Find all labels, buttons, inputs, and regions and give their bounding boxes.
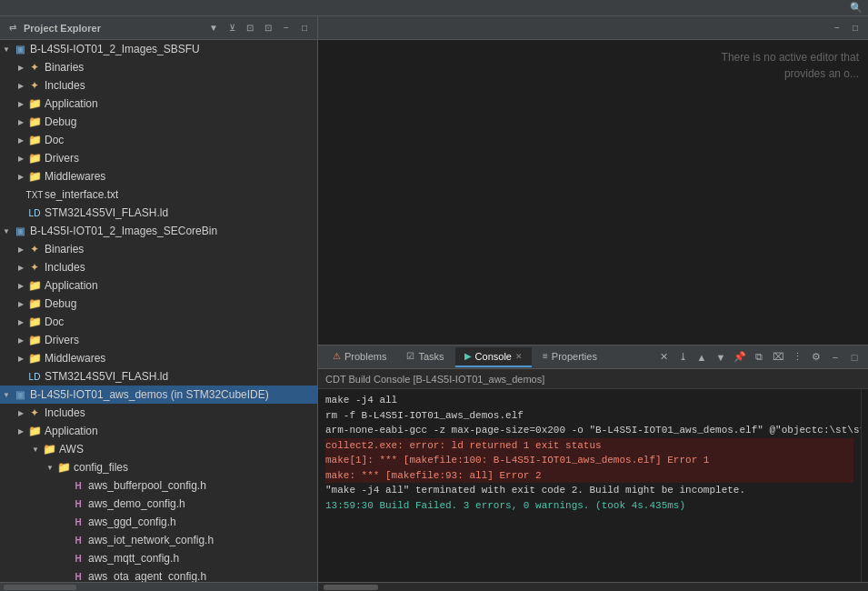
tree-arrow[interactable]: ▶ — [15, 79, 27, 92]
tree-item-label: aws_iot_network_config.h — [88, 534, 214, 546]
tree-arrow[interactable]: ▶ — [15, 152, 27, 165]
tree-item-label: Application — [45, 425, 98, 437]
tree-item-stm32_flash2[interactable]: LDSTM32L4S5VI_FLASH.ld — [0, 367, 317, 386]
editor-btn-minimize[interactable]: − — [830, 21, 844, 35]
tree-item-config_files[interactable]: ▼📁config_files — [0, 458, 317, 476]
menu-button[interactable]: ⋮ — [789, 349, 805, 366]
tree-item-debug2[interactable]: ▶📁Debug — [0, 295, 317, 313]
tree-item-label: B-L4S5I-IOT01_aws_demos (in STM32CubeIDE… — [30, 388, 269, 401]
problems-icon: ⚠ — [333, 351, 341, 361]
tab-close-console[interactable]: ✕ — [515, 352, 523, 361]
tasks-icon: ☑ — [406, 351, 414, 361]
panel-btn-minimize[interactable]: − — [279, 21, 294, 35]
console-hscrollbar[interactable] — [318, 582, 868, 591]
tree-arrow[interactable]: ▼ — [0, 225, 13, 237]
tree-arrow[interactable]: ▶ — [15, 316, 27, 328]
project-tree[interactable]: ▼▣B-L4S5I-IOT01_2_Images_SBSFU▶✦Binaries… — [0, 40, 317, 582]
tree-item-proj3[interactable]: ▼▣B-L4S5I-IOT01_aws_demos (in STM32CubeI… — [0, 386, 317, 404]
tree-item-icon-folder: 📁 — [27, 151, 42, 165]
console-header-text: CDT Build Console [B-L4S5I-IOT01_aws_dem… — [325, 374, 544, 385]
tree-item-middlewares1[interactable]: ▶📁Middlewares — [0, 167, 317, 185]
scroll-up-button[interactable]: ▲ — [693, 349, 710, 366]
editor-btn-maximize[interactable]: □ — [848, 21, 863, 35]
tree-item-aws_iot[interactable]: Haws_iot_network_config.h — [0, 531, 317, 549]
tree-item-aws_ggd[interactable]: Haws_ggd_config.h — [0, 513, 317, 531]
panel-btn-sync2[interactable]: ⊻ — [224, 21, 239, 35]
tree-item-aws_ota[interactable]: Haws_ota_agent_config.h — [0, 567, 317, 582]
console-content[interactable]: make -j4 allrm -f B-L4S5I-IOT01_aws_demo… — [318, 389, 861, 582]
tree-item-includes1[interactable]: ▶✦Includes — [0, 76, 317, 95]
maximize-bottom-button[interactable]: □ — [846, 349, 863, 366]
tree-arrow[interactable]: ▼ — [0, 43, 13, 55]
tree-arrow[interactable]: ▶ — [15, 61, 27, 74]
tree-item-application2[interactable]: ▶📁Application — [0, 276, 317, 295]
console-toolbar-right: ✕⤓▲▼📌⧉⌧⋮⚙−□ — [655, 349, 863, 366]
pin-button[interactable]: 📌 — [732, 349, 748, 366]
tree-arrow[interactable]: ▶ — [15, 297, 27, 310]
tab-problems[interactable]: ⚠Problems — [324, 347, 395, 367]
tree-arrow[interactable]: ▶ — [15, 425, 27, 437]
minimize-bottom-button[interactable]: − — [827, 349, 843, 366]
tree-item-icon-project: ▣ — [13, 224, 27, 238]
tree-arrow[interactable]: ▶ — [15, 170, 27, 183]
copy-button[interactable]: ⧉ — [751, 349, 767, 366]
tree-arrow[interactable]: ▶ — [15, 334, 27, 346]
clear-button[interactable]: ⌧ — [770, 349, 786, 366]
tree-arrow[interactable]: ▼ — [44, 461, 56, 474]
tree-item-binaries1[interactable]: ▶✦Binaries — [0, 58, 317, 76]
project-explorer-panel: ⇄ Project Explorer ▼ ⊻ ⊡ ⊡ − □ ▼▣B-L4S5I… — [0, 16, 318, 591]
tree-item-label: aws_demo_config.h — [88, 497, 185, 510]
horizontal-scrollbar[interactable] — [0, 582, 317, 591]
tree-arrow[interactable]: ▶ — [15, 97, 27, 110]
tree-item-doc1[interactable]: ▶📁Doc — [0, 131, 317, 149]
tab-properties[interactable]: ≡Properties — [534, 347, 606, 367]
tree-item-aws_demo[interactable]: Haws_demo_config.h — [0, 495, 317, 513]
tree-item-aws_mqtt[interactable]: Haws_mqtt_config.h — [0, 549, 317, 567]
tree-item-drivers1[interactable]: ▶📁Drivers — [0, 149, 317, 167]
tree-item-icon-folder-special: ✦ — [27, 406, 42, 420]
tree-item-label: aws_ggd_config.h — [88, 516, 176, 528]
tree-arrow[interactable]: ▶ — [15, 261, 27, 274]
tree-arrow[interactable]: ▶ — [15, 115, 27, 128]
tree-item-debug1[interactable]: ▶📁Debug — [0, 113, 317, 131]
panel-btn-menu[interactable]: ⊡ — [261, 21, 275, 35]
tree-arrow[interactable]: ▶ — [15, 134, 27, 146]
tree-item-label: Doc — [45, 134, 64, 146]
tree-item-drivers2[interactable]: ▶📁Drivers — [0, 331, 317, 349]
tree-item-application3[interactable]: ▶📁Application — [0, 422, 317, 440]
console-vscrollbar[interactable] — [861, 389, 868, 582]
tree-item-middlewares2[interactable]: ▶📁Middlewares — [0, 349, 317, 367]
tree-item-icon-file-txt: TXT — [27, 187, 42, 202]
tree-arrow[interactable]: ▼ — [0, 388, 13, 401]
tree-item-proj2[interactable]: ▼▣B-L4S5I-IOT01_2_Images_SECoreBin — [0, 222, 317, 240]
tree-item-proj1[interactable]: ▼▣B-L4S5I-IOT01_2_Images_SBSFU — [0, 40, 317, 58]
panel-btn-filter[interactable]: ⊡ — [243, 21, 257, 35]
tree-arrow[interactable]: ▶ — [15, 352, 27, 365]
tree-item-stm32_flash1[interactable]: LDSTM32L4S5VI_FLASH.ld — [0, 204, 317, 222]
settings-button[interactable]: ⚙ — [808, 349, 824, 366]
tree-item-application1[interactable]: ▶📁Application — [0, 95, 317, 113]
tree-item-binaries2[interactable]: ▶✦Binaries — [0, 240, 317, 258]
tree-item-label: Middlewares — [45, 170, 105, 183]
tab-tasks[interactable]: ☑Tasks — [397, 347, 453, 367]
search-icon[interactable]: 🔍 — [850, 2, 863, 14]
tree-arrow[interactable]: ▶ — [15, 406, 27, 419]
tree-item-label: B-L4S5I-IOT01_2_Images_SECoreBin — [30, 225, 217, 237]
scroll-lock-button[interactable]: ⤓ — [674, 349, 691, 366]
tree-item-aws_bufferpool[interactable]: Haws_bufferpool_config.h — [0, 476, 317, 495]
tree-arrow[interactable]: ▼ — [29, 443, 42, 456]
panel-btn-maximize[interactable]: □ — [297, 21, 312, 35]
tree-item-se_interface[interactable]: TXTse_interface.txt — [0, 185, 317, 204]
tree-arrow[interactable]: ▶ — [15, 279, 27, 292]
tree-arrow[interactable]: ▶ — [15, 243, 27, 255]
tree-item-includes3[interactable]: ▶✦Includes — [0, 404, 317, 422]
panel-btn-collapse[interactable]: ▼ — [206, 21, 221, 35]
tab-console[interactable]: ▶Console✕ — [455, 347, 532, 367]
tree-item-doc2[interactable]: ▶📁Doc — [0, 313, 317, 331]
scroll-down-button[interactable]: ▼ — [713, 349, 729, 366]
tree-item-aws3[interactable]: ▼📁AWS — [0, 440, 317, 458]
tree-item-icon-folder: 📁 — [27, 424, 42, 438]
tree-item-includes2[interactable]: ▶✦Includes — [0, 258, 317, 276]
close-console-button[interactable]: ✕ — [655, 349, 672, 366]
tree-item-label: B-L4S5I-IOT01_2_Images_SBSFU — [30, 43, 200, 55]
